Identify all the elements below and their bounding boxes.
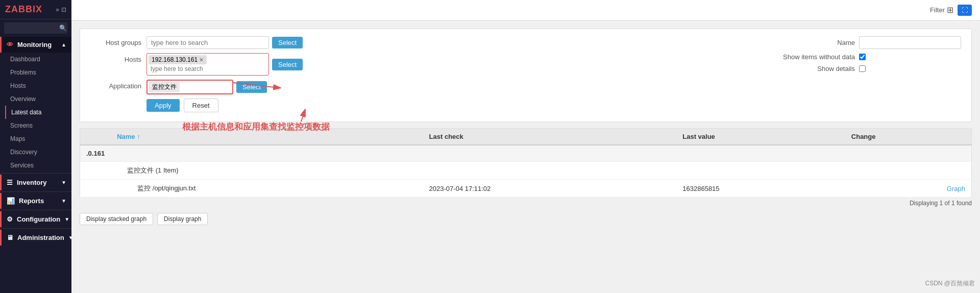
stacked-graph-button[interactable]: Display stacked graph [80, 213, 153, 225]
host-groups-select-button[interactable]: Select [272, 37, 303, 48]
item-name-text: 监控 /opt/qingjun.txt [137, 184, 195, 193]
sidebar-search-input[interactable] [4, 22, 67, 34]
table-row-data: 监控 /opt/qingjun.txt 2023-07-04 17:11:02 … [80, 180, 972, 198]
show-details-checkbox-wrapper [859, 65, 866, 72]
group-lc [423, 145, 677, 162]
fullscreen-button[interactable]: ⛶ [958, 5, 972, 16]
right-filters: Name Show items without data Show detail… [778, 36, 961, 72]
displaying-text: Displaying 1 of 1 found [80, 198, 972, 209]
application-tag: 监控文件 [149, 82, 180, 92]
chevron-down-icon-2: ▼ [61, 198, 66, 204]
data-graph-link[interactable]: Graph [845, 180, 972, 198]
name-row: Name [778, 36, 961, 49]
show-details-label: Show details [778, 65, 855, 72]
show-details-checkbox[interactable] [859, 65, 866, 72]
left-filters: Host groups Select Hosts [90, 36, 758, 116]
divider-4 [0, 228, 71, 229]
filter-panel: Host groups Select Hosts [80, 29, 972, 122]
sidebar: ZABBIX » ⊡ 🔍 👁 Monitoring ▲ Dashboard Pr… [0, 0, 71, 293]
group-lv [676, 145, 845, 162]
hosts-input-group: 192.168.130.161 ✕ Select [146, 53, 758, 76]
th-name[interactable]: Name ↑ [111, 129, 423, 145]
sidebar-collapse-icons[interactable]: » ⊡ [56, 6, 66, 13]
hosts-select-button[interactable]: Select [272, 59, 303, 70]
application-select-button[interactable]: Select [236, 81, 267, 93]
sidebar-item-latest-data[interactable]: Latest data [5, 106, 71, 119]
sidebar-item-configuration[interactable]: ⚙ Configuration ▼ [0, 211, 71, 227]
show-details-row: Show details [778, 65, 961, 72]
dashboard-label: Dashboard [10, 56, 40, 63]
hosts-tag-wrapper[interactable]: 192.168.130.161 ✕ [146, 53, 269, 76]
administration-label: Administration [17, 234, 64, 241]
chevron-right-icon[interactable]: » [56, 6, 59, 13]
sidebar-item-monitoring[interactable]: 👁 Monitoring ▲ [0, 37, 71, 53]
host-groups-input[interactable] [146, 36, 269, 49]
show-items-label: Show items without data [778, 53, 855, 61]
sidebar-item-discovery[interactable]: Discovery [5, 145, 71, 159]
bottom-bar: Display stacked graph Display graph [80, 209, 972, 229]
host-cell: .0.161 [80, 145, 111, 162]
problems-label: Problems [10, 69, 36, 76]
sidebar-item-maps[interactable]: Maps [5, 132, 71, 145]
display-graph-button[interactable]: Display graph [157, 213, 208, 225]
divider-1 [0, 173, 71, 174]
sidebar-item-administration[interactable]: 🖥 Administration ▼ [0, 230, 71, 246]
application-input-wrapper[interactable]: 监控文件 [146, 80, 233, 94]
table-row-host: .0.161 [80, 145, 972, 162]
topbar: Filter ⊞ ⛶ [71, 0, 980, 20]
monitoring-submenu: Dashboard Problems Hosts Overview Latest… [0, 53, 71, 172]
filter-buttons-row: Apply Reset [90, 99, 758, 112]
content-area: Host groups Select Hosts [71, 20, 980, 293]
gear-icon: ⚙ [7, 215, 13, 223]
filter-toggle[interactable]: Filter ⊞ [930, 5, 953, 15]
item-last-check [423, 162, 677, 180]
application-input-group: 监控文件 Select [146, 80, 758, 94]
sidebar-item-problems[interactable]: Problems [5, 66, 71, 79]
search-icon: 🔍 [59, 25, 67, 32]
hosts-tag-remove[interactable]: ✕ [199, 57, 204, 63]
logo: ZABBIX [5, 4, 42, 15]
sidebar-item-inventory[interactable]: ☰ Inventory ▼ [0, 175, 71, 190]
hosts-label: Hosts [90, 53, 141, 63]
name-input[interactable] [859, 36, 961, 49]
group-label-cell [111, 145, 423, 162]
chevron-down-icon-3: ▼ [64, 216, 69, 222]
reset-button[interactable]: Reset [184, 99, 218, 112]
apply-button[interactable]: Apply [146, 99, 180, 112]
hosts-row: Hosts 192.168.130.161 ✕ [90, 53, 758, 76]
sidebar-item-services[interactable]: Services [5, 159, 71, 172]
divider-2 [0, 191, 71, 192]
eye-icon: 👁 [7, 41, 13, 48]
show-items-checkbox[interactable] [859, 54, 866, 60]
expand-icon[interactable]: ⊡ [61, 6, 66, 13]
hosts-tag-value: 192.168.130.161 [152, 56, 198, 63]
application-search-input[interactable] [181, 82, 232, 92]
discovery-label: Discovery [10, 149, 37, 156]
sidebar-item-screens[interactable]: Screens [5, 119, 71, 132]
configuration-label: Configuration [17, 215, 60, 223]
sidebar-item-overview[interactable]: Overview [5, 92, 71, 106]
sidebar-search-wrapper: 🔍 [0, 19, 71, 37]
overview-label: Overview [10, 95, 36, 103]
th-last-value: Last value [676, 129, 845, 145]
filter-btn-group: Apply Reset [146, 99, 218, 112]
item-name: 监控文件 (1 Item) [111, 162, 423, 180]
main-content: Filter ⊞ ⛶ Host groups Select [71, 0, 980, 293]
data-last-value: 1632865815 [676, 180, 845, 198]
hosts-search-input[interactable] [149, 64, 267, 74]
filter-icon: ⊞ [947, 5, 953, 15]
name-label: Name [778, 39, 855, 46]
sidebar-item-reports[interactable]: 📊 Reports ▼ [0, 193, 71, 209]
th-change: Change [845, 129, 972, 145]
table-row: 监控文件 (1 Item) [80, 162, 972, 180]
sidebar-item-dashboard[interactable]: Dashboard [5, 53, 71, 66]
sidebar-header: ZABBIX » ⊡ [0, 0, 71, 19]
host-groups-label: Host groups [90, 36, 141, 46]
sidebar-item-hosts[interactable]: Hosts [5, 79, 71, 92]
data-name: 监控 /opt/qingjun.txt [111, 180, 423, 198]
group-ch [845, 145, 972, 162]
data-host [80, 180, 111, 198]
chart-icon: 📊 [7, 197, 15, 205]
th-host [80, 129, 111, 145]
host-groups-input-group: Select [146, 36, 758, 49]
